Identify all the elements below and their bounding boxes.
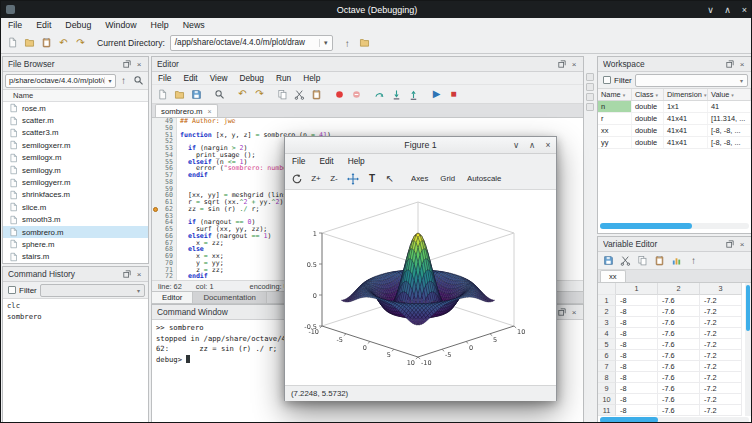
editor-menu-edit[interactable]: Edit: [177, 73, 203, 83]
file-row[interactable]: shrinkfaces.m: [3, 189, 148, 201]
grid-row-header[interactable]: 3: [598, 317, 616, 328]
grid-row-header[interactable]: 9: [598, 383, 616, 394]
dock-strip-button[interactable]: [586, 73, 594, 81]
tab-editor[interactable]: Editor: [152, 292, 193, 303]
file-row[interactable]: semilogyerr.m: [3, 176, 148, 188]
undock-icon[interactable]: [724, 238, 736, 250]
zoom-in-button[interactable]: Z+: [308, 171, 324, 187]
insert-text-icon[interactable]: T: [364, 171, 380, 187]
close-icon[interactable]: ×: [133, 58, 145, 70]
open-file-icon[interactable]: [21, 34, 38, 51]
breakpoint-margin[interactable]: [152, 165, 160, 172]
breakpoint-margin[interactable]: [152, 186, 160, 193]
grid-cell[interactable]: -8: [616, 405, 658, 416]
zoom-out-button[interactable]: Z-: [326, 171, 342, 187]
open-file-icon[interactable]: [356, 34, 373, 51]
editor-menu-help[interactable]: Help: [297, 73, 326, 83]
breakpoint-margin[interactable]: [152, 219, 160, 226]
grid-cell[interactable]: -7.2: [700, 306, 742, 317]
breakpoint-margin[interactable]: [152, 267, 160, 274]
file-row[interactable]: slice.m: [3, 201, 148, 213]
breakpoint-margin[interactable]: [152, 138, 160, 145]
file-row[interactable]: scatter.m: [3, 114, 148, 126]
tab-variable-xx[interactable]: xx: [600, 270, 626, 282]
redo-icon[interactable]: ↷: [251, 86, 268, 103]
grid-row-header[interactable]: 11: [598, 405, 616, 416]
column-header-class[interactable]: Class▾: [632, 89, 664, 100]
step-out-icon[interactable]: [405, 86, 422, 103]
file-row[interactable]: rose.m: [3, 102, 148, 114]
grid-row-header[interactable]: 1: [598, 295, 616, 306]
dock-strip-button[interactable]: [586, 83, 594, 91]
autoscale-button[interactable]: Autoscale: [462, 171, 506, 187]
grid-row-header[interactable]: 8: [598, 372, 616, 383]
file-row[interactable]: sombrero.m: [3, 226, 148, 238]
search-icon[interactable]: [131, 73, 146, 88]
breakpoint-margin[interactable]: [152, 246, 160, 253]
tab-documentation[interactable]: Documentation: [193, 292, 266, 303]
editor-menu-run[interactable]: Run: [270, 73, 297, 83]
grid-cell[interactable]: -7.2: [700, 328, 742, 339]
grid-cell[interactable]: -7.6: [658, 361, 700, 372]
grid-cell[interactable]: -7.6: [658, 383, 700, 394]
grid-cell[interactable]: -7.6: [658, 350, 700, 361]
history-item[interactable]: sombrero: [3, 311, 148, 322]
grid-cell[interactable]: -7.6: [658, 328, 700, 339]
menu-news[interactable]: News: [176, 20, 212, 30]
figure-menu-edit[interactable]: Edit: [312, 156, 340, 166]
filter-checkbox[interactable]: [8, 286, 16, 294]
undo-icon[interactable]: ↶: [55, 34, 72, 51]
menu-debug[interactable]: Debug: [58, 20, 98, 30]
grid-cell[interactable]: -7.6: [658, 372, 700, 383]
breakpoint-margin[interactable]: [152, 226, 160, 233]
dock-strip-button[interactable]: [586, 93, 594, 101]
save-icon[interactable]: [188, 86, 205, 103]
file-browser-column-header[interactable]: Name: [3, 90, 148, 102]
grid-cell[interactable]: -8: [616, 361, 658, 372]
grid-cell[interactable]: -8: [616, 350, 658, 361]
grid-cell[interactable]: -7.2: [700, 295, 742, 306]
grid-column-header[interactable]: 3: [700, 283, 742, 295]
horizontal-scrollbar[interactable]: [600, 417, 749, 423]
file-row[interactable]: semilogxerr.m: [3, 139, 148, 151]
workspace-table-header[interactable]: Name▾Class▾Dimension▾Value▾: [598, 89, 751, 101]
grid-cell[interactable]: -7.6: [658, 405, 700, 416]
select-icon[interactable]: ↖: [382, 171, 398, 187]
variable-grid[interactable]: 1231-8-7.6-7.22-8-7.6-7.23-8-7.6-7.24-8-…: [598, 283, 751, 416]
grid-cell[interactable]: -7.2: [700, 350, 742, 361]
history-filter-combo[interactable]: ▾: [40, 284, 145, 297]
editor-menu-debug[interactable]: Debug: [234, 73, 270, 83]
minimize-icon[interactable]: ∨: [508, 137, 524, 153]
vertical-scrollbar[interactable]: [745, 283, 751, 416]
new-script-icon[interactable]: [154, 86, 171, 103]
grid-cell[interactable]: -7.6: [658, 317, 700, 328]
breakpoint-margin[interactable]: [152, 192, 160, 199]
breakpoint-margin[interactable]: [152, 125, 160, 132]
workspace-row[interactable]: yydouble41x41[-8, -8, ...: [598, 137, 751, 149]
column-header-name[interactable]: Name▾: [598, 89, 632, 100]
grid-cell[interactable]: -7.2: [700, 383, 742, 394]
grid-cell[interactable]: -7.2: [700, 405, 742, 416]
grid-button[interactable]: Grid: [435, 171, 460, 187]
file-browser-path-combo[interactable]: p/share/octave/4.4.0/m/plot/draw ▾: [5, 74, 116, 88]
undock-icon[interactable]: [724, 58, 736, 70]
close-icon[interactable]: ×: [736, 58, 748, 70]
menu-file[interactable]: File: [1, 20, 29, 30]
history-item[interactable]: clc: [3, 300, 148, 311]
undo-icon[interactable]: ↶: [234, 86, 251, 103]
grid-column-header[interactable]: 1: [616, 283, 658, 295]
maximize-icon[interactable]: ∧: [719, 1, 736, 18]
breakpoint-margin[interactable]: [152, 233, 160, 240]
grid-column-header[interactable]: 2: [658, 283, 700, 295]
paste-icon[interactable]: [651, 252, 668, 269]
continue-icon[interactable]: ▶: [428, 86, 445, 103]
editor-menu-file[interactable]: File: [152, 73, 177, 83]
workspace-row[interactable]: ndouble1x141: [598, 101, 751, 113]
grid-cell[interactable]: -8: [616, 328, 658, 339]
undock-icon[interactable]: [556, 306, 568, 318]
grid-cell[interactable]: -8: [616, 295, 658, 306]
grid-cell[interactable]: -7.2: [700, 372, 742, 383]
paste-icon[interactable]: [308, 86, 325, 103]
minimize-icon[interactable]: ∨: [702, 1, 719, 18]
step-in-icon[interactable]: [388, 86, 405, 103]
